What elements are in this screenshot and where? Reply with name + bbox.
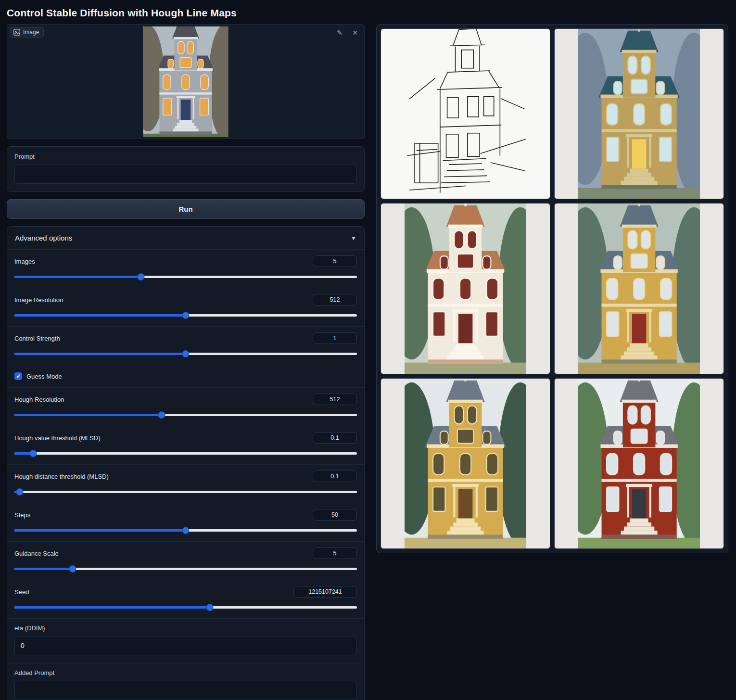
slider-image-resolution-value[interactable] [313, 294, 357, 305]
slider-control-strength: Control Strength [7, 326, 364, 365]
output-painting-4-image [405, 379, 526, 548]
slider-handle[interactable] [16, 488, 23, 496]
page-title: Control Stable Diffusion with Hough Line… [0, 0, 736, 24]
output-painting-3-image [578, 204, 700, 373]
run-button[interactable]: Run [7, 199, 365, 219]
output-painting-2-image [405, 204, 526, 373]
slider-image-resolution-label: Image Resolution [14, 296, 63, 304]
slider-guidance-scale-track[interactable] [14, 565, 357, 573]
slider-hough-value-threshold-value[interactable] [313, 432, 357, 444]
controls-column: Image ✎ ✕ Prompt Run Advanced options ▼ … [7, 24, 365, 700]
advanced-options-header[interactable]: Advanced options ▼ [7, 227, 364, 249]
slider-images: Images [7, 249, 364, 288]
slider-steps-value[interactable] [313, 509, 357, 521]
slider-handle[interactable] [182, 527, 190, 534]
hough-line-map-image [405, 29, 526, 199]
slider-hough-distance-threshold: Hough distance threshold (MLSD) [7, 464, 364, 503]
guess-mode-checkbox[interactable] [14, 372, 22, 380]
gallery-item-hough-line-map[interactable] [381, 28, 550, 199]
uploaded-house-photo [143, 26, 228, 137]
slider-control-strength-label: Control Strength [14, 335, 60, 342]
image-actions: ✎ ✕ [334, 27, 360, 38]
prompt-label: Prompt [14, 153, 357, 160]
image-icon [13, 29, 20, 36]
slider-hough-resolution: Hough Resolution [7, 387, 364, 426]
prompt-input[interactable] [14, 165, 357, 184]
slider-control-strength-value[interactable] [313, 332, 357, 344]
slider-hough-value-threshold: Hough value threshold (MLSD) [7, 426, 364, 464]
slider-hough-value-threshold-track[interactable] [14, 450, 357, 457]
slider-handle[interactable] [182, 312, 190, 319]
slider-steps: Steps [7, 503, 364, 541]
edit-image-button[interactable]: ✎ [334, 27, 345, 38]
slider-handle[interactable] [30, 450, 37, 457]
slider-handle[interactable] [138, 273, 145, 280]
slider-seed-track[interactable] [14, 604, 357, 611]
slider-handle[interactable] [206, 604, 213, 611]
slider-hough-resolution-label: Hough Resolution [14, 396, 64, 403]
pencil-icon: ✎ [337, 29, 343, 37]
slider-images-track[interactable] [14, 273, 357, 280]
slider-guidance-scale: Guidance Scale [7, 541, 364, 580]
slider-handle[interactable] [69, 565, 76, 573]
clear-image-button[interactable]: ✕ [350, 27, 360, 38]
slider-guidance-scale-value[interactable] [313, 547, 357, 559]
prompt-panel: Prompt [7, 146, 365, 192]
advanced-options-title: Advanced options [15, 234, 72, 242]
slider-seed-label: Seed [14, 588, 29, 596]
guess-mode-checkbox-row[interactable]: Guess Mode [7, 365, 364, 387]
slider-hough-distance-threshold-track[interactable] [14, 488, 357, 496]
advanced-options-panel: Advanced options ▼ Images Image Resoluti… [7, 226, 365, 700]
slider-seed-value[interactable] [293, 586, 357, 598]
main-layout: Image ✎ ✕ Prompt Run Advanced options ▼ … [0, 24, 736, 700]
slider-steps-label: Steps [14, 511, 30, 519]
eta-label: eta (DDIM) [14, 624, 357, 632]
slider-hough-resolution-track[interactable] [14, 411, 357, 419]
chevron-down-icon: ▼ [351, 235, 356, 242]
close-icon: ✕ [352, 29, 358, 37]
slider-hough-value-threshold-label: Hough value threshold (MLSD) [14, 434, 100, 442]
output-painting-5-image [578, 379, 700, 548]
added-prompt-field: Added Prompt [7, 663, 364, 700]
output-gallery [376, 24, 728, 553]
slider-handle[interactable] [182, 350, 190, 357]
gallery-item-output-3[interactable] [554, 203, 724, 374]
added-prompt-label: Added Prompt [14, 669, 357, 676]
output-column [376, 24, 728, 553]
slider-guidance-scale-label: Guidance Scale [14, 550, 59, 557]
slider-hough-distance-threshold-label: Hough distance threshold (MLSD) [14, 473, 109, 480]
added-prompt-input[interactable] [14, 681, 357, 700]
slider-seed: Seed [7, 580, 364, 618]
guess-mode-label: Guess Mode [26, 373, 62, 380]
image-input-label-text: Image [23, 29, 39, 36]
slider-control-strength-track[interactable] [14, 350, 357, 357]
slider-image-resolution: Image Resolution [7, 288, 364, 326]
gallery-item-output-4[interactable] [381, 378, 550, 549]
slider-handle[interactable] [158, 411, 165, 419]
eta-field: eta (DDIM) [7, 618, 364, 663]
slider-images-value[interactable] [313, 255, 357, 267]
slider-steps-track[interactable] [14, 527, 357, 534]
eta-input[interactable] [14, 636, 357, 655]
gallery-item-output-5[interactable] [554, 378, 724, 549]
image-input-panel[interactable]: Image ✎ ✕ [7, 24, 365, 139]
output-painting-1-image [578, 29, 700, 199]
gallery-item-output-1[interactable] [554, 28, 724, 199]
image-input-label: Image [10, 27, 44, 38]
slider-image-resolution-track[interactable] [14, 312, 357, 319]
slider-hough-distance-threshold-value[interactable] [313, 471, 357, 482]
slider-hough-resolution-value[interactable] [313, 394, 357, 405]
gallery-item-output-2[interactable] [381, 203, 550, 374]
slider-images-label: Images [14, 258, 35, 265]
